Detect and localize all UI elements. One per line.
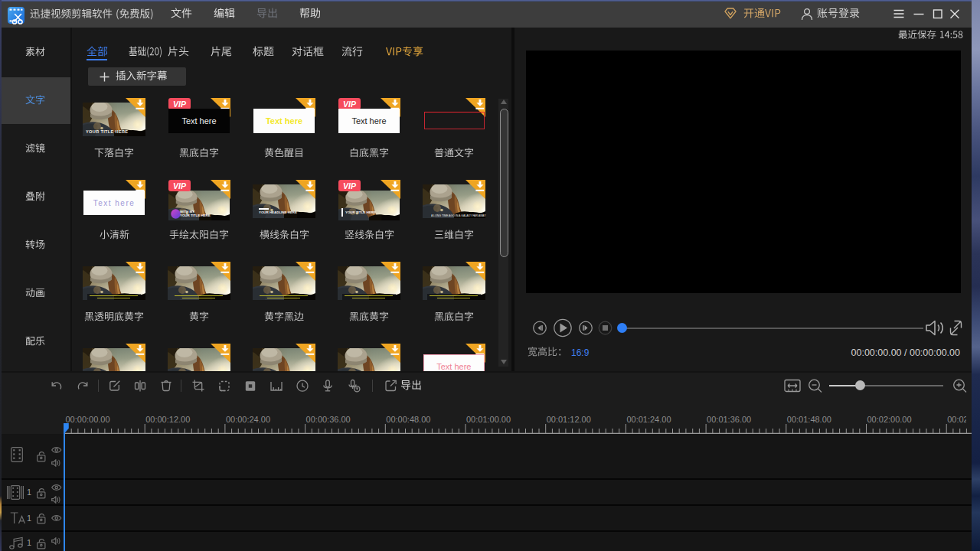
svg-text:VIP: VIP (343, 181, 357, 190)
svg-text:VIP: VIP (173, 181, 187, 190)
svg-text:VIP: VIP (173, 99, 187, 108)
svg-text:VIP: VIP (343, 99, 357, 108)
